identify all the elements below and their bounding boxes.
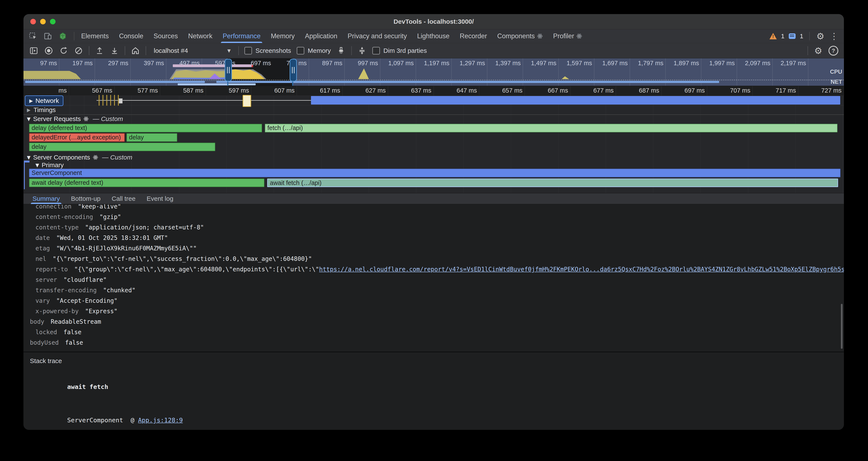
react-atom-icon — [537, 33, 543, 39]
property-key: report-to — [35, 266, 68, 273]
ruler-tick-label: 717 ms — [753, 86, 798, 95]
memory-checkbox[interactable]: Memory — [297, 47, 331, 55]
handle-grip[interactable] — [290, 59, 297, 82]
summary-pane[interactable]: connection"keep-alive" content-encoding"… — [24, 204, 844, 352]
ruler-tick-label: 657 ms — [479, 86, 525, 95]
panel-tab[interactable]: Network — [183, 29, 218, 43]
property-value: "{\"group\":\"cf-nel\",\"max_age\":60480… — [74, 266, 319, 273]
network-request-bar-long[interactable] — [311, 96, 840, 105]
timing-bar[interactable]: delayedError (…ayed exception) — [29, 133, 125, 142]
inspect-element-icon[interactable] — [28, 31, 38, 41]
ruler-tick-label: 587 ms — [160, 86, 206, 95]
property-row: report-to"{\"group\":\"cf-nel\",\"max_ag… — [30, 264, 844, 275]
reload-record-icon[interactable] — [59, 46, 68, 55]
timing-bar[interactable]: delay — [29, 143, 215, 151]
disclosure-triangle-icon[interactable]: ▶ — [27, 107, 31, 113]
settings-gear-icon[interactable]: ⚙ — [816, 31, 825, 41]
panel-tabs: Elements Console Sources Network Perform… — [76, 29, 587, 43]
primary-subtrack[interactable]: ▼ Primary — [24, 162, 844, 169]
report-url-link[interactable]: https://a.nel.cloudflare.com/report/v4?s… — [319, 266, 844, 273]
ruler-tick-label: 617 ms — [297, 86, 342, 95]
ruler-tick-label: 627 ms — [343, 86, 388, 95]
ruler-tick-label: 727 ms — [798, 86, 844, 95]
panel-tab[interactable]: Profiler — [548, 29, 587, 43]
disclosure-triangle-icon[interactable]: ▼ — [27, 155, 31, 160]
clear-icon[interactable] — [74, 46, 83, 55]
cpu-lane-label: CPU — [830, 69, 842, 75]
property-value: false — [63, 329, 82, 336]
timing-bar[interactable]: ServerComponent — [29, 169, 840, 177]
panel-tab[interactable]: Recorder — [455, 29, 492, 43]
screenshots-checkbox[interactable]: Screenshots — [244, 47, 291, 55]
kebab-menu-icon[interactable]: ⋮ — [829, 31, 839, 41]
timing-bar[interactable]: fetch (…/api) — [265, 124, 837, 132]
checkbox-box — [372, 47, 380, 55]
upload-profile-icon[interactable] — [95, 46, 104, 55]
extension-icon[interactable] — [58, 31, 67, 41]
property-value: "{\"report_to\":\"cf-nel\",\"success_fra… — [53, 255, 312, 262]
warning-icon[interactable] — [770, 33, 777, 39]
property-key: x-powered-by — [35, 308, 79, 315]
overview-tick-label: 1,597 ms — [567, 60, 594, 67]
checkbox-box — [297, 47, 304, 55]
scrollbar-thumb[interactable] — [841, 304, 843, 349]
disclosure-triangle-icon[interactable]: ▶ — [29, 98, 33, 104]
group-selection-tick — [24, 161, 29, 163]
property-value: "chunked" — [103, 287, 135, 294]
overview-tick-label: 497 ms — [179, 60, 202, 67]
panel-tab[interactable]: Privacy and security — [343, 29, 412, 43]
timings-track[interactable]: ▶ Timings — [24, 106, 844, 115]
detail-tab[interactable]: Event log — [142, 193, 178, 204]
capture-settings-gear-icon[interactable]: ⚙ — [813, 46, 823, 55]
property-value: "application/json; charset=utf-8" — [85, 224, 204, 231]
help-icon[interactable]: ? — [829, 46, 838, 56]
console-message-icon[interactable] — [789, 33, 796, 39]
divider — [238, 46, 239, 55]
download-profile-icon[interactable] — [110, 46, 119, 55]
server-components-header[interactable]: ▼ Server Components — Custom — [24, 153, 844, 162]
timing-bar[interactable]: await fetch (…/api) — [267, 178, 838, 187]
dim-3rd-parties-checkbox[interactable]: Dim 3rd parties — [372, 47, 427, 55]
flamechart-tracks[interactable]: ▶ Network ▶ Timings ▼ Server Requests — … — [24, 96, 844, 193]
detail-tab[interactable]: Summary — [28, 193, 64, 204]
handle-grip[interactable] — [225, 59, 232, 82]
disclosure-triangle-icon[interactable]: ▼ — [35, 163, 39, 168]
stack-frame: ServerComponent@ App.js:128:9 — [30, 403, 837, 430]
record-button[interactable] — [44, 46, 53, 55]
panel-tab[interactable]: Components — [492, 29, 548, 43]
frame-name: await fetch — [67, 381, 131, 392]
property-key: server — [35, 276, 57, 283]
detail-tab[interactable]: Call tree — [107, 193, 140, 204]
property-key: content-encoding — [35, 213, 93, 221]
panel-tab[interactable]: Console — [114, 29, 149, 43]
panel-tab[interactable]: Lighthouse — [412, 29, 455, 43]
toggle-sidebar-icon[interactable] — [29, 46, 38, 55]
ruler-tick-label: 697 ms — [661, 86, 707, 95]
panel-tab[interactable]: Application — [300, 29, 343, 43]
home-icon[interactable] — [131, 46, 140, 55]
collapse-flame-icon[interactable] — [357, 46, 367, 55]
server-requests-header[interactable]: ▼ Server Requests — Custom — [24, 115, 844, 123]
network-track[interactable]: ▶ Network — [24, 96, 844, 106]
device-toolbar-icon[interactable] — [43, 31, 53, 41]
network-request-bar-small[interactable] — [243, 95, 251, 107]
property-value: ReadableStream — [51, 318, 101, 325]
network-track-label[interactable]: ▶ Network — [25, 95, 63, 106]
tabbar-left-icons — [24, 31, 72, 41]
timing-bar[interactable]: delay — [126, 133, 177, 142]
source-location-link[interactable]: App.js:128:9 — [138, 416, 183, 424]
panel-tab[interactable]: Sources — [149, 29, 183, 43]
timeline-overview[interactable]: 97 ms197 ms297 ms397 ms497 ms597 ms697 m… — [24, 58, 844, 86]
property-row: transfer-encoding"chunked" — [30, 285, 844, 295]
panel-tab[interactable]: Performance — [217, 29, 266, 43]
panel-tab[interactable]: Memory — [266, 29, 300, 43]
timing-bar[interactable]: delay (deferred text) — [29, 124, 262, 132]
panel-tab[interactable]: Elements — [76, 29, 114, 43]
garbage-collect-brush-icon[interactable] — [336, 46, 346, 55]
timing-bar[interactable]: await delay (deferred text) — [29, 178, 265, 187]
network-overview-lane — [24, 80, 844, 86]
detail-tab[interactable]: Bottom-up — [66, 193, 105, 204]
property-key: content-type — [35, 224, 79, 231]
profile-select[interactable]: localhost #4 ▼ — [152, 47, 233, 54]
disclosure-triangle-icon[interactable]: ▼ — [27, 116, 31, 122]
